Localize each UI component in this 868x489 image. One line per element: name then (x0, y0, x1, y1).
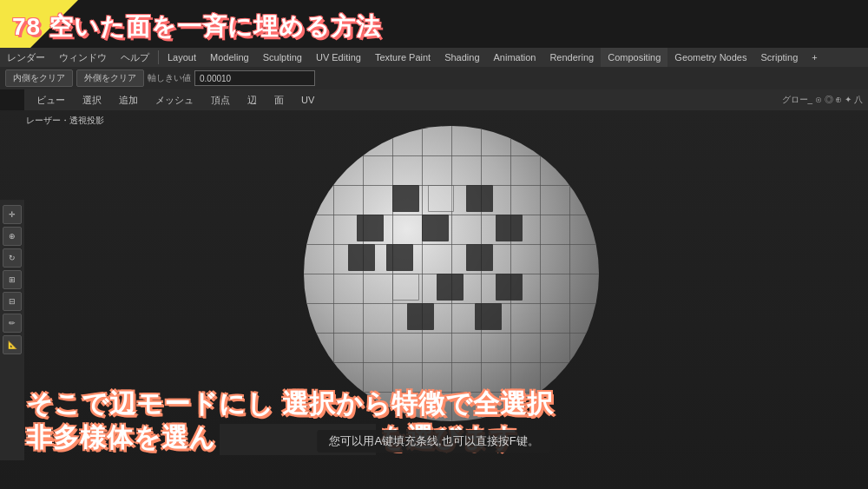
tool-rotate[interactable]: ↻ (3, 248, 22, 268)
menu-divider (158, 50, 159, 64)
sphere-grid (304, 126, 599, 421)
clear-inside-btn[interactable]: 内側をクリア (5, 69, 73, 87)
header-select[interactable]: 選択 (76, 89, 108, 110)
main-scene: 78 空いた面を一斉に埋める方法 レンダー ウィンドウ ヘルプ Layout M… (0, 0, 868, 489)
tab-shading[interactable]: Shading (437, 48, 486, 67)
tool-transform[interactable]: ⊟ (3, 292, 22, 311)
glow-label: グロー_ ⊙ ◎ ⊕ ✦ 八 (782, 94, 863, 106)
tab-geometry-nodes[interactable]: Geometry Nodes (667, 48, 753, 67)
tool-cursor[interactable]: ✛ (3, 205, 22, 224)
video-title: 78 空いた面を一斉に埋める方法 (12, 10, 381, 43)
tool-measure[interactable]: 📐 (3, 335, 22, 354)
chinese-subtitle-tooltip: 您可以用A键填充条线,也可以直接按F键。 (317, 430, 550, 453)
tab-compositing[interactable]: Compositing (601, 48, 667, 67)
tab-scripting[interactable]: Scripting (753, 48, 805, 67)
tab-add[interactable]: + (805, 48, 824, 67)
tool-move[interactable]: ⊕ (3, 227, 22, 246)
threshold-input[interactable] (194, 70, 315, 86)
threshold-label: 軸しきい値 (148, 72, 191, 84)
3d-object-sphere (304, 126, 599, 421)
tab-rendering[interactable]: Rendering (542, 48, 601, 67)
header-uv[interactable]: UV (294, 89, 321, 110)
header-face[interactable]: 面 (267, 89, 291, 110)
header-mesh[interactable]: メッシュ (148, 89, 201, 110)
subtitle-line-2-start: 非多様体を選ん (26, 420, 216, 454)
header-vertex[interactable]: 頂点 (204, 89, 237, 110)
header-view[interactable]: ビュー (30, 89, 72, 110)
tab-uv-editing[interactable]: UV Editing (309, 48, 368, 67)
menu-bar: レンダー ウィンドウ ヘルプ Layout Modeling Sculpting… (0, 48, 868, 67)
tab-texture-paint[interactable]: Texture Paint (368, 48, 437, 67)
header-edge[interactable]: 辺 (240, 89, 264, 110)
tool-annotate[interactable]: ✏ (3, 314, 22, 333)
header-add[interactable]: 追加 (112, 89, 145, 110)
subtitle-line-1: そこで辺モードにし 選択から特徴で全選択 (26, 387, 554, 420)
clear-outside-btn[interactable]: 外側をクリア (76, 69, 144, 87)
menu-help[interactable]: ヘルプ (114, 48, 156, 67)
mode-label: レーザー・透視投影 (26, 115, 104, 127)
tab-modeling[interactable]: Modeling (203, 48, 256, 67)
sphere-surface (304, 126, 599, 421)
menu-window[interactable]: ウィンドウ (52, 48, 114, 67)
header-strip: ビュー 選択 追加 メッシュ 頂点 辺 面 UV グロー_ ⊙ ◎ ⊕ ✦ 八 (24, 89, 868, 110)
tab-sculpting[interactable]: Sculpting (256, 48, 309, 67)
tab-layout[interactable]: Layout (161, 48, 203, 67)
tool-scale[interactable]: ⊞ (3, 270, 22, 289)
secondary-toolbar: 内側をクリア 外側をクリア 軸しきい値 (0, 67, 868, 89)
menu-renderer[interactable]: レンダー (0, 48, 52, 67)
tab-animation[interactable]: Animation (487, 48, 543, 67)
